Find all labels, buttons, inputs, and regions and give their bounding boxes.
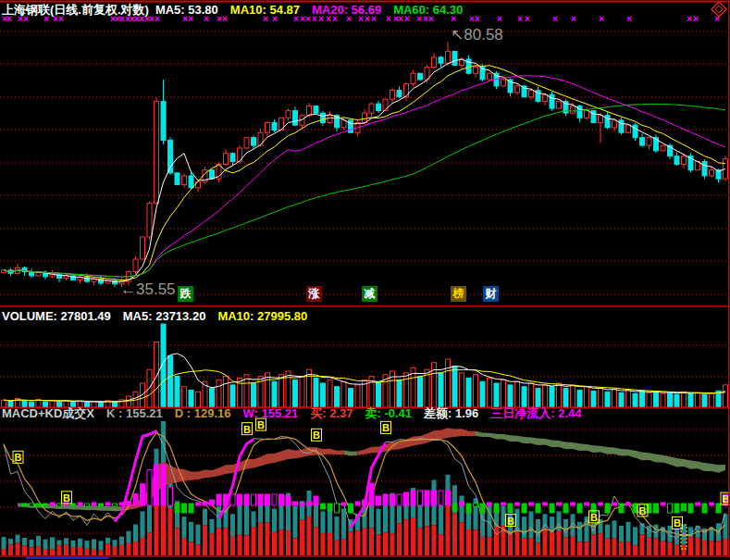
volume-ma10: MA10: 27995.80 xyxy=(217,309,307,323)
b-signal-marker: B xyxy=(15,452,22,463)
volume-ma5: MA5: 23713.20 xyxy=(123,309,206,323)
b-signal-marker: B xyxy=(674,517,681,529)
b-signal-marker: B xyxy=(639,505,647,516)
cross-marker: × xyxy=(497,14,502,24)
volume-header-row: VOLUME: 27801.49MA5: 23713.20MA10: 27995… xyxy=(2,309,319,323)
k-value: K : 155.21 xyxy=(106,406,163,420)
macd-layer xyxy=(2,421,728,555)
cross-marker: × xyxy=(475,14,480,24)
macd-title: MACD+KD成交X xyxy=(2,405,94,422)
cross-marker: × xyxy=(517,14,523,24)
chart-canvas[interactable]: BBBBBBBBBBB×××××××××××××××××××××××××××××… xyxy=(0,0,730,560)
shortcut-jian[interactable]: 减 xyxy=(362,286,377,302)
diff-value: 差额: 1.96 xyxy=(424,405,478,422)
shortcut-die[interactable]: 跌 xyxy=(178,286,193,302)
cross-marker: × xyxy=(626,14,632,24)
cross-marker: × xyxy=(525,14,530,24)
cross-marker: × xyxy=(693,14,699,24)
b-signal-marker: B xyxy=(590,512,598,523)
cross-marker: × xyxy=(552,14,558,24)
main-header-row: 上海钢联(日线.前复权.对数) MA5: 53.80MA10: 54.87MA2… xyxy=(2,2,475,19)
b-signal-marker: B xyxy=(382,422,390,433)
low-price-label: ←35.55 xyxy=(120,280,176,299)
border-layer xyxy=(0,2,730,559)
high-price-label: ↖80.58 xyxy=(451,25,503,44)
sell-value: 卖: -0.41 xyxy=(365,405,412,422)
candles-layer xyxy=(2,42,728,287)
d-value: D : 129.16 xyxy=(175,406,231,420)
price-ma-layer xyxy=(4,59,725,281)
net-inflow-value: 三日净流入: 2.44 xyxy=(490,405,581,422)
cross-marker: × xyxy=(599,14,604,24)
ma-legend: MA5: 53.80MA10: 54.87MA20: 56.69MA60: 64… xyxy=(155,3,475,17)
ma60-label: MA60: 64.30 xyxy=(393,3,463,17)
shortcut-bang[interactable]: 榜 xyxy=(451,286,466,302)
w-value: W: 155.21 xyxy=(242,406,298,420)
b-signal-marker: B xyxy=(507,516,514,527)
ma5-label: MA5: 53.80 xyxy=(155,3,218,17)
b-signal-marker: B xyxy=(313,429,320,441)
shortcut-zhang[interactable]: 涨 xyxy=(306,286,322,302)
b-signal-marker: B xyxy=(63,492,70,504)
cross-marker: × xyxy=(687,14,692,24)
volume-value: VOLUME: 27801.49 xyxy=(2,309,111,323)
shortcut-cai[interactable]: 财 xyxy=(483,286,499,302)
b-signal-marker: B xyxy=(243,424,251,435)
page-title: 上海钢联(日线.前复权.对数) xyxy=(2,2,149,19)
diamond-icon-inner xyxy=(715,6,723,13)
ma10-label: MA10: 54.87 xyxy=(230,3,300,17)
stock-app-window: BBBBBBBBBBB×××××××××××××××××××××××××××××… xyxy=(0,0,730,560)
buy-value: 买: 2.37 xyxy=(310,405,353,422)
ma20-label: MA20: 56.69 xyxy=(312,3,381,17)
cross-marker: × xyxy=(571,14,576,24)
macd-header-row: MACD+KD成交XK : 155.21D : 129.16W: 155.21买… xyxy=(2,405,594,422)
volume-layer xyxy=(2,324,728,407)
